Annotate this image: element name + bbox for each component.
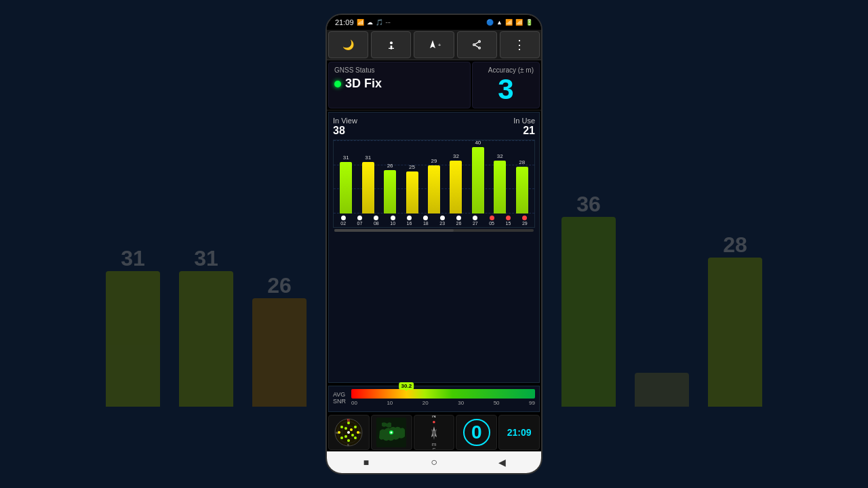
bg-bar xyxy=(708,258,762,407)
bar-07 xyxy=(362,162,374,214)
bar-value-27: 28 xyxy=(519,159,525,165)
back-icon[interactable]: ◀ xyxy=(498,457,506,468)
bg-bar-label: 28 xyxy=(723,232,747,258)
svg-line-7 xyxy=(475,42,479,44)
phone-container: 21:09 📶 ☁ 🎵 ··· 🔵 ▲ 📶 📶 🔋 🌙 + ⋮ xyxy=(326,14,542,474)
time-tile[interactable]: 21:09 xyxy=(498,415,540,450)
bg-bar-label: 31 xyxy=(194,246,218,271)
svg-point-20 xyxy=(344,427,347,430)
back-button[interactable]: ◀ xyxy=(495,455,509,469)
bar-value-07: 31 xyxy=(365,155,371,161)
satellite-panel: In View 38 In Use 21 xyxy=(328,112,540,383)
home-button[interactable]: ○ xyxy=(427,455,441,469)
bar-value-18: 32 xyxy=(453,153,459,159)
svg-text:E: E xyxy=(359,431,361,434)
stop-button[interactable]: ■ xyxy=(359,455,373,469)
sat-dot-16 xyxy=(407,216,412,220)
sat-id-05: 05 xyxy=(489,221,494,226)
avg-label: AVG xyxy=(333,391,346,398)
speed-tile[interactable]: 0 xyxy=(456,415,497,450)
bg-bar-label: 26 xyxy=(267,273,292,298)
svg-point-5 xyxy=(473,44,475,46)
sat-id-02: 02 xyxy=(340,221,346,226)
bar-value-08: 26 xyxy=(387,163,393,169)
sat-dot-15 xyxy=(506,216,511,220)
svg-point-21 xyxy=(350,428,353,431)
navigate-button[interactable]: + xyxy=(414,31,454,58)
map-content xyxy=(376,418,406,447)
bar-23 xyxy=(472,147,484,214)
bar-08 xyxy=(384,170,396,214)
bar-16 xyxy=(428,165,440,214)
svg-line-8 xyxy=(475,45,479,47)
home-icon[interactable]: ○ xyxy=(431,456,437,468)
bar-item-18: 32 xyxy=(450,153,462,214)
media-icon: 🎵 xyxy=(376,19,383,26)
more-options-button[interactable]: ⋮ xyxy=(500,31,540,58)
sat-id-07: 07 xyxy=(357,221,363,226)
svg-point-6 xyxy=(479,47,481,49)
gnss-fix-text: 3D Fix xyxy=(345,77,382,91)
sat-ids: 02 07 08 10 xyxy=(334,214,534,227)
sat-id-item-07: 07 xyxy=(357,216,363,226)
status-time: 21:09 xyxy=(335,18,354,26)
bg-bar xyxy=(106,271,160,407)
snr-label: SNR xyxy=(333,398,346,405)
bg-bar xyxy=(252,298,307,407)
stop-icon[interactable]: ■ xyxy=(363,457,369,468)
bottom-nav: N E S W xyxy=(327,413,541,451)
svg-point-13 xyxy=(354,426,357,428)
main-toolbar: 🌙 + ⋮ xyxy=(327,30,541,60)
info-row: GNSS Status 3D Fix Accuracy (± m) 3 xyxy=(327,60,541,110)
direction-tile[interactable]: N ● m S xyxy=(414,415,455,450)
in-use-label: In Use xyxy=(513,117,535,125)
bar-value-23: 40 xyxy=(475,140,481,146)
sat-id-26: 26 xyxy=(456,221,462,226)
bar-02 xyxy=(340,162,352,214)
sat-dot-26 xyxy=(456,216,461,220)
bar-item-02: 31 xyxy=(340,155,352,214)
svg-point-16 xyxy=(347,439,350,442)
map-tile[interactable] xyxy=(371,415,412,450)
settings-button[interactable] xyxy=(371,31,411,58)
svg-text:W: W xyxy=(336,431,338,434)
svg-point-4 xyxy=(479,41,481,43)
accuracy-value: 3 xyxy=(478,75,534,104)
sat-id-item-29: 29 xyxy=(522,216,528,226)
sat-id-item-10: 10 xyxy=(390,216,395,226)
sat-id-23: 23 xyxy=(439,221,445,226)
scroll-bar[interactable] xyxy=(334,229,534,232)
sat-dot-29 xyxy=(522,216,527,220)
sat-dot-08 xyxy=(374,216,378,220)
bar-value-02: 31 xyxy=(343,155,349,161)
share-button[interactable] xyxy=(457,31,497,58)
in-use-section: In Use 21 xyxy=(513,117,535,137)
bg-bar xyxy=(635,373,689,407)
accuracy-panel: Accuracy (± m) 3 xyxy=(472,62,540,108)
time-value: 21:09 xyxy=(507,427,532,438)
snr-bar-section: 30.2 00 10 20 30 50 99 xyxy=(351,389,535,406)
bar-26 xyxy=(494,161,506,214)
sat-dot-02 xyxy=(341,216,346,220)
sat-id-15: 15 xyxy=(506,221,511,226)
bg-bar xyxy=(561,217,616,407)
signal-bars-icon: ▲ xyxy=(496,19,502,26)
snr-header: AVG SNR xyxy=(333,391,346,405)
cloud-icon: ☁ xyxy=(367,19,373,26)
sat-id-item-26: 26 xyxy=(456,216,462,226)
snr-labels: AVG SNR 30.2 00 10 20 30 50 xyxy=(333,389,535,406)
south-label: S xyxy=(433,447,436,450)
bar-item-08: 26 xyxy=(384,163,396,214)
snr-bar-wrapper: 30.2 xyxy=(351,389,535,399)
in-view-label: In View xyxy=(333,117,357,125)
svg-point-23 xyxy=(344,435,347,438)
wifi-icon: 📶 xyxy=(515,19,523,26)
compass-tile[interactable]: N E S W xyxy=(328,415,370,450)
bg-bar-label: 31 xyxy=(121,246,145,271)
svg-point-17 xyxy=(340,436,343,439)
sat-id-item-18: 18 xyxy=(423,216,429,226)
snr-marker: 30.2 xyxy=(399,382,414,390)
snr-bar: 30.2 xyxy=(351,389,535,399)
night-mode-button[interactable]: 🌙 xyxy=(328,31,368,58)
sat-id-16: 16 xyxy=(407,221,412,226)
